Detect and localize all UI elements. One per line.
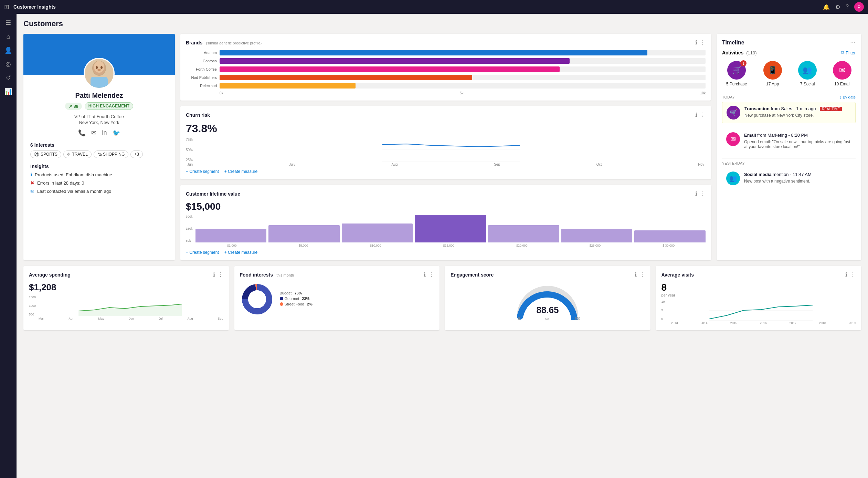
avg-visits-x-2018: 2018	[819, 321, 826, 325]
brand-row-contoso: Contoso	[186, 58, 706, 64]
brands-info-icon[interactable]: ℹ	[695, 39, 697, 46]
clv-x-30k: $ 30,000	[663, 244, 675, 247]
activity-app[interactable]: 📱 17 App	[763, 61, 782, 86]
donut-svg	[240, 282, 274, 316]
bell-icon[interactable]: 🔔	[823, 4, 830, 10]
grid-icon[interactable]: ⊞	[4, 3, 9, 11]
avg-spending-x-mar: Mar	[39, 317, 44, 320]
interest-tag-sports[interactable]: ⚽SPORTS	[30, 150, 61, 158]
interest-tag-more[interactable]: +3	[130, 150, 143, 158]
avg-spending-card: Average spending ℹ ⋮ $1,208 1500 1000 50…	[23, 266, 229, 330]
clv-more-icon[interactable]: ⋮	[700, 190, 706, 197]
app-title: Customer Insights	[13, 4, 819, 10]
clv-x-20k: $20,000	[516, 244, 528, 247]
avg-visits-x-2017: 2017	[790, 321, 796, 325]
brand-bar-wrap-nod	[220, 75, 706, 80]
engagement-score-info-icon[interactable]: ℹ	[635, 271, 637, 278]
bottom-row: Average spending ℹ ⋮ $1,208 1500 1000 50…	[23, 266, 861, 330]
clv-x-5k: $5,000	[298, 244, 308, 247]
avatar-wrap	[30, 58, 168, 89]
sidebar-item-home[interactable]: ⌂	[2, 30, 14, 43]
brand-bar-forthcoffee	[220, 66, 560, 72]
churn-create-segment[interactable]: + Create segment	[186, 169, 219, 174]
churn-y-50: 50%	[186, 148, 193, 152]
app-bar-icons: 🔔 ⚙ ? P	[823, 2, 864, 12]
linkedin-icon[interactable]: in	[102, 129, 107, 137]
churn-chart-area: 75% 50% 25%	[186, 138, 706, 162]
clv-create-segment[interactable]: + Create segment	[186, 250, 219, 255]
churn-card: Churn risk ℹ ⋮ 73.8% 75% 50% 25%	[180, 106, 711, 179]
sidebar-item-people[interactable]: 👤	[2, 44, 14, 56]
timeline-more-icon[interactable]: ⋯	[850, 39, 856, 46]
app-label: 17 App	[766, 82, 779, 86]
churn-more-icon[interactable]: ⋮	[700, 112, 706, 118]
yesterday-label: YESTERDAY	[722, 161, 745, 165]
activity-social[interactable]: 👥 7 Social	[798, 61, 817, 86]
churn-svg	[197, 138, 706, 162]
transaction-title-suffix: from Sales - 1 min ago	[771, 106, 816, 111]
realtime-badge: REAL TIME	[820, 107, 842, 111]
avg-visits-x-2015: 2015	[730, 321, 737, 325]
food-interests-info-icon[interactable]: ℹ	[424, 271, 426, 278]
transaction-title: Transaction from Sales - 1 min ago REAL …	[744, 106, 851, 112]
insight-products-text: Products used: Fabrikam dish machine	[35, 172, 112, 177]
activity-email[interactable]: ✉ 19 Email	[833, 61, 851, 86]
engagement-score-header: Engagement score ℹ ⋮	[451, 271, 645, 278]
activity-purchase[interactable]: 🛒 1 5 Purchase	[726, 61, 747, 86]
brand-bar-contoso	[220, 58, 570, 64]
churn-x-jun: Jun	[187, 163, 193, 166]
email-label: 19 Email	[834, 82, 850, 86]
clv-title: Customer lifetime value	[186, 191, 240, 197]
clv-create-measure[interactable]: + Create measure	[224, 250, 257, 255]
phone-icon[interactable]: 📞	[78, 129, 86, 137]
top-row: Patti Melendez ↗ 89 HIGH ENGAGEMENT VP o…	[23, 34, 861, 260]
clv-info-icon[interactable]: ℹ	[695, 190, 697, 197]
avg-visits-info-icon[interactable]: ℹ	[845, 271, 847, 278]
activity-icons-row: 🛒 1 5 Purchase 📱 17 App 👥 7 Social	[722, 61, 856, 86]
brands-more-icon[interactable]: ⋮	[700, 39, 706, 46]
brands-title: Brands	[186, 40, 202, 45]
clv-value: $15,000	[186, 201, 706, 212]
engagement-score-more-icon[interactable]: ⋮	[639, 271, 645, 278]
food-interests-card: Food interests this month ℹ ⋮	[234, 266, 440, 330]
middle-column: Brands (similar generic predictive profi…	[180, 34, 711, 260]
social-event-desc: New post with a negative sentiment.	[744, 179, 851, 184]
avg-spending-value: $1,208	[29, 282, 223, 293]
brand-label-contoso: Contoso	[186, 59, 217, 63]
avg-visits-more-icon[interactable]: ⋮	[850, 271, 856, 278]
sidebar-item-menu[interactable]: ☰	[2, 17, 14, 29]
avg-spending-info-icon[interactable]: ℹ	[213, 271, 215, 278]
user-avatar[interactable]: P	[854, 2, 864, 12]
brand-bar-nod	[220, 75, 472, 80]
avg-spending-more-icon[interactable]: ⋮	[218, 271, 223, 278]
profile-card: Patti Melendez ↗ 89 HIGH ENGAGEMENT VP o…	[23, 34, 175, 260]
clv-bars	[194, 215, 706, 242]
twitter-icon[interactable]: 🐦	[113, 129, 120, 137]
settings-icon[interactable]: ⚙	[835, 4, 840, 10]
interest-tag-travel[interactable]: ✈TRAVEL	[63, 150, 92, 158]
churn-x-sep: Sep	[494, 163, 500, 166]
sidebar-item-history[interactable]: ↺	[2, 72, 14, 84]
timeline-title: Timeline	[722, 40, 744, 46]
brands-card: Brands (similar generic predictive profi…	[180, 34, 711, 101]
help-icon[interactable]: ?	[846, 4, 849, 10]
profile-name: Patti Melendez	[30, 92, 168, 100]
avg-spending-actions: ℹ ⋮	[213, 271, 223, 278]
interest-tag-shopping[interactable]: 🛍SHOPPING	[94, 150, 128, 158]
sidebar-item-segments[interactable]: ◎	[2, 58, 14, 70]
sort-button[interactable]: ↕ By date	[839, 95, 856, 99]
brands-subtitle: (similar generic predictive profile)	[206, 41, 262, 45]
food-interests-more-icon[interactable]: ⋮	[428, 271, 434, 278]
email-icon[interactable]: ✉	[91, 129, 96, 137]
churn-info-icon[interactable]: ℹ	[695, 112, 697, 118]
avg-visits-header: Average visits ℹ ⋮	[661, 271, 856, 278]
social-event-content: Social media mention - 11:47 AM New post…	[744, 172, 851, 185]
engagement-score-actions: ℹ ⋮	[635, 271, 645, 278]
sidebar-item-analytics[interactable]: 📊	[2, 85, 14, 98]
svg-rect-7	[91, 77, 108, 89]
email-event-strong: Email	[744, 133, 756, 138]
email-event-suffix: from Marketing - 8:20 PM	[757, 133, 808, 138]
filter-button[interactable]: ⧉ Filter	[841, 50, 856, 55]
churn-create-measure[interactable]: + Create measure	[224, 169, 257, 174]
content-area: Customers	[17, 14, 868, 478]
